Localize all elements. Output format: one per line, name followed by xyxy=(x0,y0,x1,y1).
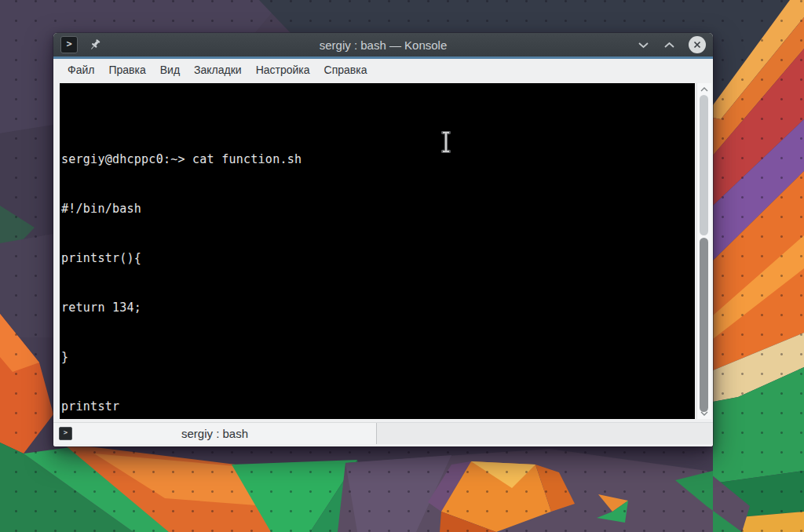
titlebar[interactable]: > sergiy : bash — Konsole xyxy=(53,33,713,56)
menu-file[interactable]: Файл xyxy=(60,59,101,82)
konsole-window: > sergiy : bash — Konsole xyxy=(53,33,713,446)
pin-icon[interactable] xyxy=(89,38,101,51)
terminal-line: #!/bin/bash xyxy=(61,201,695,217)
tab-label: sergiy : bash xyxy=(181,427,248,440)
minimize-button[interactable] xyxy=(637,38,649,51)
menu-help[interactable]: Справка xyxy=(317,59,375,82)
desktop: > sergiy : bash — Konsole xyxy=(0,0,804,532)
terminal-view[interactable]: sergiy@dhcppc0:~> cat function.sh #!/bin… xyxy=(60,83,695,419)
window-content: sergiy@dhcppc0:~> cat function.sh #!/bin… xyxy=(53,82,713,422)
scrollbar[interactable] xyxy=(696,83,711,419)
terminal-line: printstr(){ xyxy=(61,250,695,267)
maximize-button[interactable] xyxy=(663,38,675,51)
window-bottom-frame xyxy=(53,444,713,446)
close-button[interactable] xyxy=(689,36,706,53)
konsole-icon[interactable]: > xyxy=(60,36,78,53)
window-title: sergiy : bash — Konsole xyxy=(148,38,619,52)
menu-settings[interactable]: Настройка xyxy=(249,59,317,82)
terminal-line: return 134; xyxy=(61,300,695,316)
terminal-output: sergiy@dhcppc0:~> cat function.sh #!/bin… xyxy=(60,116,695,419)
tab-sergiy-bash[interactable]: > sergiy : bash xyxy=(53,423,377,444)
terminal-line: printstr xyxy=(61,399,695,415)
konsole-tab-icon: > xyxy=(59,427,72,440)
scrollbar-thumb[interactable] xyxy=(700,238,708,412)
tabbar: > sergiy : bash xyxy=(53,422,713,444)
terminal-line: sergiy@dhcppc0:~> cat function.sh xyxy=(61,151,695,168)
scrollbar-track-segment[interactable] xyxy=(700,95,708,235)
scrollbar-up-arrow-icon[interactable] xyxy=(697,84,711,94)
menubar: Файл Правка Вид Закладки Настройка Справ… xyxy=(53,59,713,82)
menu-view[interactable]: Вид xyxy=(153,59,187,82)
terminal-line: } xyxy=(61,349,695,366)
menu-bookmarks[interactable]: Закладки xyxy=(187,59,249,82)
scrollbar-down-arrow-icon[interactable] xyxy=(697,408,711,418)
menu-edit[interactable]: Правка xyxy=(101,59,152,82)
